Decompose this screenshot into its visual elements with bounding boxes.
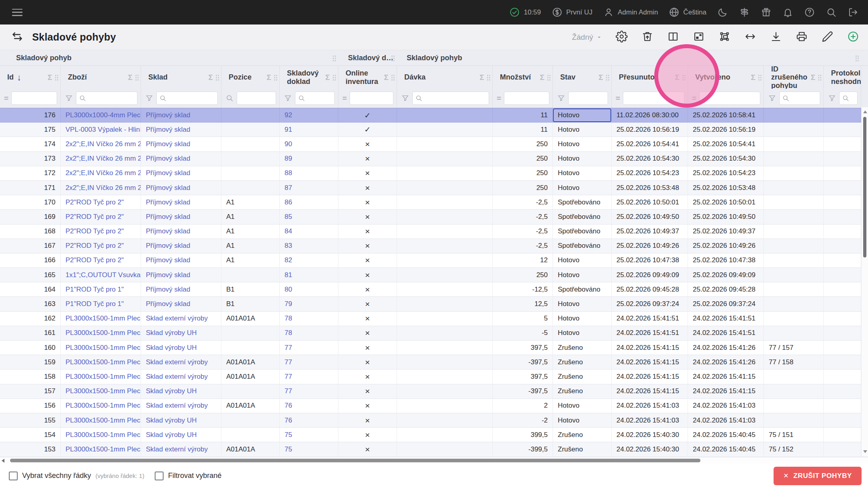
cell-inventura[interactable]: × xyxy=(338,282,397,296)
aggregate-button[interactable]: Σ xyxy=(479,73,485,82)
cell-mnozstvi[interactable]: -397,5 xyxy=(493,355,553,369)
cell-doklad[interactable]: 79 xyxy=(280,297,338,311)
column-drag-handle[interactable] xyxy=(332,74,336,81)
cell-stav[interactable]: Hotovo xyxy=(553,312,612,326)
cell-protokol[interactable] xyxy=(824,428,861,442)
cell-inventura[interactable]: × xyxy=(338,428,397,442)
cell-sklad[interactable]: Sklad externí výroby xyxy=(141,312,221,326)
filter-input-pozice[interactable] xyxy=(240,94,273,102)
cell-protokol[interactable] xyxy=(824,181,861,195)
cell-stav[interactable]: Hotovo xyxy=(553,297,612,311)
table-row[interactable]: 1722x2";E,IN Víčko 26 mm 2"Příjmový skla… xyxy=(0,166,868,181)
cell-id[interactable]: 176 xyxy=(0,108,61,122)
cell-zbozi[interactable]: PL3000x1500-1mm Plec… xyxy=(61,312,141,326)
cell-pozice[interactable]: A1 xyxy=(221,195,280,209)
cell-stav[interactable]: Spotřebováno xyxy=(553,210,612,224)
cell-sklad[interactable]: Příjmový sklad xyxy=(141,181,221,195)
column-header-protokol[interactable]: Protokol neshodnostiΣ xyxy=(824,66,861,89)
column-drag-handle[interactable] xyxy=(391,74,395,81)
cell-davka[interactable] xyxy=(397,312,493,326)
cell-zbozi[interactable]: VPL-0003 Výpalek - Hliní… xyxy=(61,123,141,137)
cell-protokol[interactable] xyxy=(824,341,861,355)
cell-id[interactable]: 175 xyxy=(0,123,61,137)
column-header-zbozi[interactable]: ZbožíΣ xyxy=(61,66,141,89)
cell-presunuto[interactable]: 25.02.2026 10:50:01 xyxy=(612,195,688,209)
topbar-organization[interactable]: První UJ xyxy=(552,7,592,18)
cell-davka[interactable] xyxy=(397,195,493,209)
cell-presunuto[interactable]: 25.02.2026 10:54:30 xyxy=(612,152,688,166)
topbar-whats-new[interactable] xyxy=(761,7,772,18)
cell-presunuto[interactable]: 25.02.2026 10:54:41 xyxy=(612,137,688,151)
column-drag-handle[interactable] xyxy=(758,74,762,81)
cell-davka[interactable] xyxy=(397,282,493,296)
table-row[interactable]: 168P2"ROD Tyč pro 2"Příjmový skladA184×-… xyxy=(0,225,868,239)
cell-sklad[interactable]: Sklad výroby UH xyxy=(141,413,221,427)
cell-stav[interactable]: Hotovo xyxy=(553,152,612,166)
cell-zbozi[interactable]: PL3000x1500-1mm Plec… xyxy=(61,442,141,456)
cell-inventura[interactable]: × xyxy=(338,370,397,384)
cell-davka[interactable] xyxy=(397,253,493,267)
table-row[interactable]: 160PL3000x1500-1mm Plec…Sklad výroby UH7… xyxy=(0,341,868,355)
cell-vytvoreno[interactable]: 24.02.2026 15:41:03 xyxy=(688,399,764,413)
cell-pozice[interactable] xyxy=(221,123,280,137)
cell-id[interactable]: 163 xyxy=(0,297,61,311)
cell-doklad[interactable]: 80 xyxy=(280,282,338,296)
filter-input-davka[interactable] xyxy=(425,94,486,102)
cell-zbozi[interactable]: PL3000x1500-1mm Plec… xyxy=(61,413,141,427)
cell-vytvoreno[interactable]: 25.02.2026 10:54:30 xyxy=(688,152,764,166)
cell-inventura[interactable]: × xyxy=(338,225,397,239)
cell-inventura[interactable]: × xyxy=(338,384,397,398)
cell-zbozi[interactable]: 2x2";E,IN Víčko 26 mm 2" xyxy=(61,181,141,195)
cell-zruseno[interactable] xyxy=(764,210,824,224)
cell-inventura[interactable]: × xyxy=(338,152,397,166)
cell-doklad[interactable]: 91 xyxy=(280,123,338,137)
cell-presunuto[interactable]: 24.02.2026 15:41:51 xyxy=(612,326,688,340)
cell-protokol[interactable] xyxy=(824,123,861,137)
column-drag-handle[interactable] xyxy=(682,74,686,81)
cell-id[interactable]: 158 xyxy=(0,370,61,384)
aggregate-button[interactable]: Σ xyxy=(47,73,53,82)
cell-stav[interactable]: Hotovo xyxy=(553,253,612,267)
cell-sklad[interactable]: Sklad externí výroby xyxy=(141,442,221,456)
cell-doklad[interactable]: 78 xyxy=(280,326,338,340)
cell-vytvoreno[interactable]: 24.02.2026 15:40:45 xyxy=(688,428,764,442)
topbar-logout[interactable] xyxy=(848,7,858,18)
cell-inventura[interactable]: × xyxy=(338,413,397,427)
cell-mnozstvi[interactable]: 250 xyxy=(493,137,553,151)
cell-vytvoreno[interactable]: 25.02.2026 10:47:38 xyxy=(688,253,764,267)
cell-presunuto[interactable]: 11.02.2026 08:30:00 xyxy=(612,108,688,122)
cell-presunuto[interactable]: 24.02.2026 15:41:15 xyxy=(612,341,688,355)
cell-pozice[interactable] xyxy=(221,384,280,398)
cell-doklad[interactable]: 76 xyxy=(280,413,338,427)
vertical-scrollbar[interactable] xyxy=(861,107,868,456)
cell-sklad[interactable]: Sklad externí výroby xyxy=(141,399,221,413)
cell-protokol[interactable] xyxy=(824,312,861,326)
column-header-id[interactable]: Id↓Σ xyxy=(0,66,61,89)
table-row[interactable]: 176PL3000x1000-4mm Plec…Příjmový sklad92… xyxy=(0,108,868,123)
cell-pozice[interactable]: A1 xyxy=(221,225,280,239)
cell-inventura[interactable]: × xyxy=(338,181,397,195)
cell-sklad[interactable]: Příjmový sklad xyxy=(141,297,221,311)
table-row[interactable]: 154PL3000x1500-1mm Plec…Sklad výroby UH7… xyxy=(0,428,868,442)
filter-funnel-icon[interactable] xyxy=(557,94,565,102)
cell-doklad[interactable]: 77 xyxy=(280,384,338,398)
cell-inventura[interactable]: × xyxy=(338,195,397,209)
cell-mnozstvi[interactable]: 5 xyxy=(493,312,553,326)
aggregate-button[interactable]: Σ xyxy=(325,73,331,82)
filter-input-vytvoreno[interactable] xyxy=(702,94,757,102)
column-header-zruseno[interactable]: ID zrušeného pohybuΣ xyxy=(764,66,824,89)
cell-presunuto[interactable]: 25.02.2026 10:49:37 xyxy=(612,225,688,239)
column-drag-handle[interactable] xyxy=(55,74,59,81)
table-row[interactable]: 158PL3000x1500-1mm Plec…Sklad externí vý… xyxy=(0,370,868,384)
cell-zbozi[interactable]: PL3000x1000-4mm Plec… xyxy=(61,108,141,122)
menu-button[interactable] xyxy=(12,9,23,16)
cell-vytvoreno[interactable]: 25.02.2026 09:45:28 xyxy=(688,282,764,296)
cell-inventura[interactable]: × xyxy=(338,326,397,340)
cell-id[interactable]: 168 xyxy=(0,225,61,239)
cell-protokol[interactable] xyxy=(824,225,861,239)
aggregate-button[interactable]: Σ xyxy=(810,73,816,82)
cell-inventura[interactable]: × xyxy=(338,312,397,326)
cell-zruseno[interactable] xyxy=(764,413,824,427)
cell-mnozstvi[interactable]: 250 xyxy=(493,166,553,180)
cell-protokol[interactable] xyxy=(824,239,861,253)
